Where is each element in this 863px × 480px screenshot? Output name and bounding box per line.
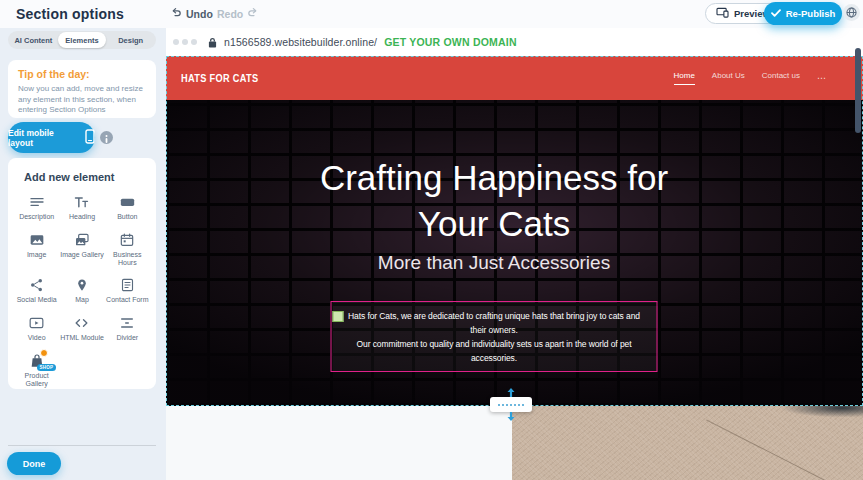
get-domain-link[interactable]: GET YOUR OWN DOMAIN bbox=[384, 36, 517, 48]
element-label: HTML Module bbox=[60, 334, 104, 342]
element-drag-handle[interactable] bbox=[333, 311, 344, 322]
topbar: Section options Undo Redo Preview Re-Pub… bbox=[0, 0, 863, 28]
new-badge-dot bbox=[40, 349, 48, 357]
element-label: Image Gallery bbox=[60, 251, 104, 259]
map-pin-icon bbox=[75, 277, 89, 293]
add-element-title: Add new element bbox=[24, 171, 150, 183]
sidebar-divider bbox=[8, 445, 156, 446]
globe-icon bbox=[846, 4, 857, 22]
tab-ai-content[interactable]: AI Content bbox=[9, 32, 58, 48]
nav-item-home[interactable]: Home bbox=[674, 71, 695, 85]
nav-more-button[interactable]: ⋯ bbox=[817, 73, 826, 83]
code-brackets-icon bbox=[73, 315, 90, 331]
button-shape-icon bbox=[119, 194, 136, 210]
divider-lines-icon bbox=[119, 315, 135, 331]
site-nav: Home About Us Contact us ⋯ bbox=[674, 71, 827, 85]
info-button[interactable] bbox=[100, 131, 113, 144]
scrollbar-thumb[interactable] bbox=[855, 48, 861, 133]
sidebar-tabs: AI Content Elements Design bbox=[8, 31, 156, 49]
tip-title: Tip of the day: bbox=[18, 68, 146, 80]
globe-button[interactable] bbox=[843, 4, 860, 21]
element-label: Business Hours bbox=[105, 251, 149, 267]
tab-elements[interactable]: Elements bbox=[58, 32, 107, 48]
window-dot bbox=[191, 39, 197, 45]
section-resize-handle[interactable] bbox=[490, 397, 532, 412]
info-icon bbox=[105, 129, 108, 147]
element-item-html-module[interactable]: HTML Module bbox=[59, 315, 104, 343]
add-element-panel: Add new element Description Heading Butt… bbox=[8, 158, 156, 389]
image-icon bbox=[29, 232, 45, 248]
tip-card: Tip of the day: Now you can add, move an… bbox=[8, 60, 156, 118]
hero-content: Crafting Happiness for Your Cats More th… bbox=[166, 100, 822, 406]
image-gallery-icon bbox=[74, 232, 90, 248]
hero-subheadline[interactable]: More than Just Accessories bbox=[166, 252, 822, 274]
form-lines-icon bbox=[120, 277, 135, 293]
element-label: Divider bbox=[116, 334, 138, 342]
redo-button[interactable]: Redo bbox=[217, 7, 258, 20]
edit-mobile-layout-button[interactable]: Edit mobile layout bbox=[8, 122, 95, 153]
site-header[interactable]: HATS FOR CATS Home About Us Contact us ⋯ bbox=[166, 56, 863, 100]
site-preview: HATS FOR CATS Home About Us Contact us ⋯… bbox=[166, 56, 863, 406]
element-item-image-gallery[interactable]: Image Gallery bbox=[59, 232, 104, 267]
undo-icon bbox=[171, 7, 182, 20]
arrow-down-icon bbox=[507, 412, 516, 421]
site-url[interactable]: n1566589.websitebuilder.online/ bbox=[224, 36, 377, 48]
check-icon bbox=[771, 8, 781, 19]
heading-icon bbox=[73, 194, 90, 210]
element-label: Social Media bbox=[17, 296, 57, 304]
redo-icon bbox=[247, 7, 258, 20]
undo-label: Undo bbox=[186, 8, 213, 20]
element-item-heading[interactable]: Heading bbox=[59, 194, 104, 222]
share-nodes-icon bbox=[29, 277, 44, 293]
element-label: Product Gallery bbox=[15, 372, 59, 388]
sidebar: AI Content Elements Design Tip of the da… bbox=[0, 28, 166, 480]
element-item-video[interactable]: Video bbox=[14, 315, 59, 343]
hero-headline[interactable]: Crafting Happiness for Your Cats bbox=[294, 155, 694, 247]
element-item-product-gallery[interactable]: SHOP Product Gallery bbox=[14, 353, 59, 388]
element-item-button[interactable]: Button bbox=[105, 194, 150, 222]
hero-text-box[interactable]: Hats for Cats, we are dedicated to craft… bbox=[331, 301, 658, 372]
devices-icon bbox=[716, 7, 729, 20]
hero-body-line: Hats for Cats, we are dedicated to craft… bbox=[340, 309, 649, 337]
element-label: Map bbox=[75, 296, 89, 304]
pavement-crack bbox=[706, 419, 858, 480]
text-lines-icon bbox=[29, 194, 45, 210]
tip-body: Now you can add, move and resize any ele… bbox=[18, 84, 146, 116]
browser-bar: n1566589.websitebuilder.online/ GET YOUR… bbox=[166, 28, 863, 56]
website-builder-app: Section options Undo Redo Preview Re-Pub… bbox=[0, 0, 863, 480]
element-item-image[interactable]: Image bbox=[14, 232, 59, 267]
element-label: Contact Form bbox=[106, 296, 148, 304]
nav-item-about-us[interactable]: About Us bbox=[712, 71, 745, 85]
edit-mobile-label: Edit mobile layout bbox=[8, 128, 79, 148]
shopping-bag-icon: SHOP bbox=[29, 353, 45, 369]
republish-label: Re-Publish bbox=[786, 8, 836, 19]
element-item-business-hours[interactable]: Business Hours bbox=[105, 232, 150, 267]
tab-design[interactable]: Design bbox=[106, 32, 155, 48]
element-item-social-media[interactable]: Social Media bbox=[14, 277, 59, 305]
grip-dots-icon bbox=[498, 404, 524, 406]
republish-button[interactable]: Re-Publish bbox=[764, 2, 842, 25]
page-title: Section options bbox=[16, 6, 124, 22]
window-dot bbox=[173, 39, 179, 45]
element-item-divider[interactable]: Divider bbox=[105, 315, 150, 343]
hero-body-line: Our commitment to quality and individual… bbox=[340, 337, 649, 365]
element-label: Video bbox=[28, 334, 46, 342]
arrow-up-icon bbox=[507, 388, 516, 397]
element-label: Heading bbox=[69, 213, 95, 221]
hero-section[interactable]: Crafting Happiness for Your Cats More th… bbox=[166, 100, 863, 406]
element-label: Description bbox=[19, 213, 54, 221]
element-label: Image bbox=[27, 251, 46, 259]
nav-item-contact-us[interactable]: Contact us bbox=[762, 71, 800, 85]
phone-icon bbox=[85, 129, 95, 146]
element-item-description[interactable]: Description bbox=[14, 194, 59, 222]
shop-badge: SHOP bbox=[37, 364, 56, 371]
undo-button[interactable]: Undo bbox=[171, 7, 213, 20]
carpet-photo bbox=[512, 406, 863, 480]
editor-canvas: n1566589.websitebuilder.online/ GET YOUR… bbox=[166, 28, 863, 480]
element-grid: Description Heading Button Image Image G bbox=[14, 194, 150, 388]
window-dot bbox=[182, 39, 188, 45]
element-item-contact-form[interactable]: Contact Form bbox=[105, 277, 150, 305]
done-button[interactable]: Done bbox=[7, 452, 61, 475]
element-item-map[interactable]: Map bbox=[59, 277, 104, 305]
site-logo[interactable]: HATS FOR CATS bbox=[181, 72, 258, 84]
